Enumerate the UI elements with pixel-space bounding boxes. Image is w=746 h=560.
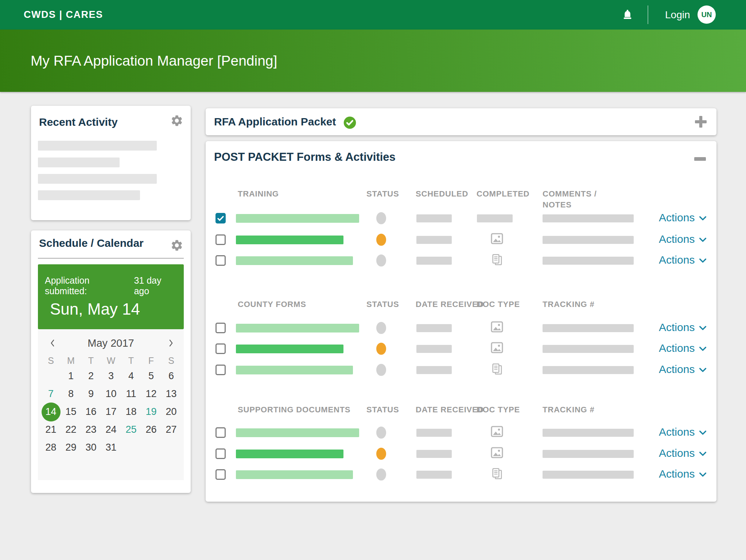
calendar-day[interactable]: 23 xyxy=(81,421,101,439)
calendar-day[interactable]: 8 xyxy=(61,385,81,403)
calendar-day[interactable]: 28 xyxy=(41,439,61,456)
calendar-day[interactable]: 13 xyxy=(161,385,181,403)
calendar-day[interactable]: 5 xyxy=(141,367,161,385)
calendar-day[interactable]: 4 xyxy=(121,367,141,385)
column-header-comments-notes: COMMENTS /NOTES xyxy=(543,188,597,210)
submitted-date: Sun, May 14 xyxy=(50,300,140,318)
image-icon xyxy=(490,321,504,332)
calendar-day[interactable]: 2 xyxy=(81,367,101,385)
chevron-down-icon xyxy=(699,237,707,242)
calendar-day[interactable]: 11 xyxy=(121,385,141,403)
calendar-day[interactable]: 29 xyxy=(61,439,81,456)
login-link[interactable]: Login xyxy=(665,0,690,30)
activity-placeholder-bar xyxy=(38,174,157,184)
chevron-down-icon xyxy=(699,430,707,435)
notifications-button[interactable] xyxy=(619,7,636,24)
image-icon xyxy=(490,447,504,458)
table-row: Actions xyxy=(206,448,716,459)
calendar-day[interactable]: 6 xyxy=(161,367,181,385)
weekday-label: T xyxy=(81,354,101,367)
calendar-day[interactable]: 17 xyxy=(101,403,121,421)
calendar-day[interactable]: 15 xyxy=(61,403,81,421)
actions-label: Actions xyxy=(659,447,695,459)
calendar-day[interactable]: 25 xyxy=(121,421,141,439)
placeholder-bar xyxy=(543,429,634,437)
section-header-supporting-documents: SUPPORTING DOCUMENTSSTATUSDATE RECEIVEDD… xyxy=(206,404,716,427)
row-checkbox[interactable] xyxy=(215,323,226,333)
row-checkbox[interactable] xyxy=(215,255,226,266)
actions-dropdown[interactable]: Actions xyxy=(659,254,707,266)
actions-dropdown[interactable]: Actions xyxy=(659,447,707,459)
actions-dropdown[interactable]: Actions xyxy=(659,468,707,480)
calendar-day[interactable]: 31 xyxy=(101,439,121,456)
recent-activity-list xyxy=(38,141,184,206)
calendar-day[interactable]: 27 xyxy=(161,421,181,439)
calendar-day[interactable]: 16 xyxy=(81,403,101,421)
calendar-day[interactable]: 10 xyxy=(101,385,121,403)
calendar-next-button[interactable] xyxy=(166,338,176,349)
item-name-bar xyxy=(236,428,359,437)
recent-activity-settings-button[interactable] xyxy=(170,114,184,128)
calendar-week-row: 123456 xyxy=(41,367,181,385)
section-header-training: TRAININGSTATUSSCHEDULEDCOMPLETEDCOMMENTS… xyxy=(206,188,716,211)
row-checkbox[interactable] xyxy=(215,469,226,480)
image-icon xyxy=(490,426,504,437)
weekday-label: S xyxy=(41,354,61,367)
row-checkbox[interactable] xyxy=(215,234,226,245)
calendar-days-grid: 1234567891011121314151617181920212223242… xyxy=(41,367,181,456)
activity-placeholder-bar xyxy=(38,141,157,151)
actions-dropdown[interactable]: Actions xyxy=(659,363,707,376)
actions-dropdown[interactable]: Actions xyxy=(659,342,707,354)
page: CWDS | CARES Login UN My RFA Application… xyxy=(0,0,746,560)
expand-packet-button[interactable] xyxy=(694,115,708,129)
row-checkbox[interactable] xyxy=(215,213,226,223)
chevron-down-icon xyxy=(699,326,707,331)
row-checkbox[interactable] xyxy=(215,448,226,459)
activity-placeholder-bar xyxy=(38,158,120,167)
status-dot-gray xyxy=(376,254,386,267)
chevron-down-icon xyxy=(699,216,707,221)
table-row: Actions xyxy=(206,427,716,438)
selected-day: 14 xyxy=(42,402,61,421)
column-header-status: STATUS xyxy=(366,404,399,415)
user-avatar[interactable]: UN xyxy=(698,5,716,24)
chevron-down-icon xyxy=(699,368,707,373)
calendar-day[interactable]: 14 xyxy=(41,403,61,421)
calendar-day[interactable]: 3 xyxy=(101,367,121,385)
column-header-scheduled: SCHEDULED xyxy=(416,188,468,199)
actions-dropdown[interactable]: Actions xyxy=(659,321,707,334)
plus-icon xyxy=(694,124,707,129)
row-checkbox[interactable] xyxy=(215,427,226,438)
status-dot-orange xyxy=(376,234,386,246)
schedule-settings-button[interactable] xyxy=(170,238,184,253)
placeholder-bar xyxy=(416,366,452,374)
topbar-divider xyxy=(648,5,648,24)
calendar-day[interactable]: 20 xyxy=(161,403,181,421)
weekday-label: S xyxy=(161,354,181,367)
calendar-day[interactable]: 12 xyxy=(141,385,161,403)
calendar-day[interactable]: 30 xyxy=(81,439,101,456)
document-icon xyxy=(490,254,504,267)
status-dot-gray xyxy=(376,364,386,376)
calendar-day[interactable]: 26 xyxy=(141,421,161,439)
rfa-application-packet-card: RFA Application Packet xyxy=(206,108,716,135)
placeholder-bar xyxy=(543,257,634,265)
calendar-day[interactable]: 9 xyxy=(81,385,101,403)
calendar-day[interactable]: 21 xyxy=(41,421,61,439)
calendar-empty-cell xyxy=(121,439,141,456)
calendar-day[interactable]: 7 xyxy=(41,385,61,403)
calendar-day[interactable]: 19 xyxy=(141,403,161,421)
calendar-day[interactable]: 22 xyxy=(61,421,81,439)
row-checkbox[interactable] xyxy=(215,343,226,354)
row-checkbox[interactable] xyxy=(215,365,226,375)
status-dot-orange xyxy=(376,343,386,355)
actions-dropdown[interactable]: Actions xyxy=(659,233,707,245)
calendar-week-row: 21222324252627 xyxy=(41,421,181,439)
actions-dropdown[interactable]: Actions xyxy=(659,426,707,438)
actions-dropdown[interactable]: Actions xyxy=(659,211,707,224)
calendar-day[interactable]: 1 xyxy=(61,367,81,385)
calendar-day[interactable]: 24 xyxy=(101,421,121,439)
placeholder-bar xyxy=(543,214,634,222)
column-header-date-received: DATE RECEIVED xyxy=(416,404,484,415)
calendar-day[interactable]: 18 xyxy=(121,403,141,421)
